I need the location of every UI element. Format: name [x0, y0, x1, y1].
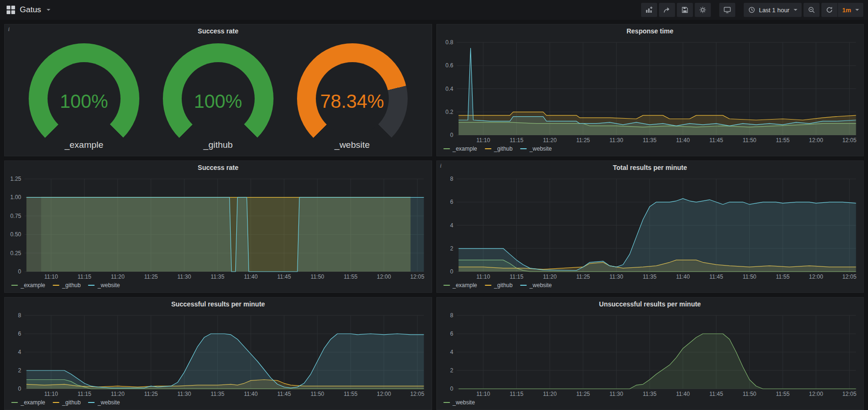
legend-swatch	[520, 285, 527, 286]
legend-item-_website[interactable]: _website	[443, 399, 475, 406]
legend-item-_example[interactable]: _example	[443, 145, 477, 152]
total-results-chart[interactable]: 0246811:1011:1511:2011:2511:3011:3511:40…	[439, 174, 862, 281]
legend-item-_example[interactable]: _example	[11, 282, 45, 289]
legend-swatch	[53, 285, 59, 286]
svg-text:11:35: 11:35	[643, 391, 656, 397]
svg-text:0.4: 0.4	[445, 86, 453, 92]
svg-text:12:00: 12:00	[809, 137, 823, 144]
svg-text:11:40: 11:40	[676, 137, 690, 144]
svg-text:11:20: 11:20	[111, 273, 124, 280]
legend-item-_github[interactable]: _github	[53, 282, 80, 289]
dashboard-settings-button[interactable]	[695, 3, 711, 17]
legend-item-_website[interactable]: _website	[520, 145, 552, 152]
time-range-picker-button[interactable]: Last 1 hour	[744, 3, 802, 17]
svg-text:11:35: 11:35	[211, 273, 225, 280]
legend-swatch	[11, 285, 18, 286]
gauge-_example: 100%_example	[29, 43, 139, 150]
legend-label: _website	[97, 399, 120, 406]
svg-text:6: 6	[18, 330, 21, 337]
panel-title[interactable]: Unsuccessful results per minute	[437, 297, 864, 311]
panel-title[interactable]: Total results per minute	[437, 161, 864, 174]
svg-text:11:40: 11:40	[244, 391, 257, 397]
chevron-down-icon	[47, 9, 50, 11]
svg-text:11:45: 11:45	[709, 273, 723, 280]
panel-title-text: Total results per minute	[613, 164, 687, 171]
save-dashboard-button[interactable]	[677, 3, 693, 17]
successful-results-chart[interactable]: 0246811:1011:1511:2011:2511:3011:3511:40…	[7, 311, 430, 398]
svg-text:11:50: 11:50	[742, 391, 756, 397]
zoom-out-button[interactable]	[804, 3, 820, 17]
refresh-button[interactable]	[821, 3, 837, 17]
svg-text:12:05: 12:05	[842, 391, 856, 397]
panel-title-text: Response time	[627, 27, 674, 35]
panel-title-text: Unsuccessful results per minute	[599, 300, 701, 308]
panel-title[interactable]: Successful results per minute	[5, 297, 432, 311]
legend-item-_website[interactable]: _website	[88, 282, 120, 289]
svg-text:11:50: 11:50	[742, 137, 756, 144]
svg-text:11:25: 11:25	[576, 137, 590, 144]
legend-label: _website	[530, 282, 552, 289]
legend-item-_example[interactable]: _example	[11, 399, 45, 406]
svg-text:11:10: 11:10	[44, 273, 58, 280]
svg-text:11:25: 11:25	[576, 273, 590, 280]
svg-text:0: 0	[18, 268, 21, 275]
unsuccessful-results-chart[interactable]: 0246811:1011:1511:2011:2511:3011:3511:40…	[439, 311, 862, 398]
svg-text:11:30: 11:30	[609, 391, 623, 397]
svg-text:12:05: 12:05	[410, 273, 424, 280]
legend-item-_website[interactable]: _website	[520, 282, 552, 289]
legend-swatch	[443, 148, 450, 149]
svg-text:0.50: 0.50	[10, 231, 22, 238]
legend-item-_github[interactable]: _github	[53, 399, 80, 406]
svg-text:11:50: 11:50	[311, 273, 324, 280]
share-dashboard-button[interactable]	[659, 3, 675, 17]
svg-text:0: 0	[18, 386, 21, 392]
chevron-down-icon	[794, 9, 797, 11]
cycle-view-mode-button[interactable]	[719, 3, 735, 17]
gauge-dial: 100%	[29, 43, 139, 154]
svg-text:11:30: 11:30	[177, 391, 191, 397]
response-time-chart[interactable]: 00.20.40.60.811:1011:1511:2011:2511:3011…	[439, 38, 862, 145]
svg-text:11:25: 11:25	[144, 391, 158, 397]
panel-info-icon[interactable]: i	[8, 25, 10, 33]
legend-label: _example	[453, 145, 477, 152]
dashboard-title[interactable]: Gatus	[20, 5, 41, 15]
refresh-icon	[826, 6, 833, 14]
legend-label: _github	[62, 399, 80, 406]
panel-title[interactable]: Response time	[437, 24, 864, 38]
legend-item-_example[interactable]: _example	[443, 282, 477, 289]
svg-text:11:55: 11:55	[776, 273, 789, 280]
legend-swatch	[88, 402, 95, 403]
legend-item-_website[interactable]: _website	[88, 399, 120, 406]
svg-text:11:15: 11:15	[78, 273, 91, 280]
legend-swatch	[520, 148, 527, 149]
svg-text:0: 0	[450, 386, 453, 392]
legend-item-_github[interactable]: _github	[485, 145, 513, 152]
add-panel-button[interactable]	[641, 3, 657, 17]
svg-text:11:25: 11:25	[576, 391, 590, 397]
legend-swatch	[11, 402, 18, 403]
gauge-value: 100%	[163, 46, 273, 157]
svg-text:11:10: 11:10	[476, 391, 490, 397]
success-rate-chart[interactable]: 00.250.500.751.001.2511:1011:1511:2011:2…	[7, 174, 430, 281]
gauge-dial: 78.34%	[297, 43, 408, 154]
svg-text:6: 6	[450, 330, 453, 337]
panel-title-text: Success rate	[198, 27, 238, 35]
svg-text:0.2: 0.2	[445, 109, 453, 115]
refresh-interval-label: 1m	[842, 7, 851, 14]
chart-legend: _example_github_website	[437, 145, 864, 156]
dashboards-grid-icon[interactable]	[7, 6, 15, 14]
panel-title[interactable]: Success rate	[5, 24, 432, 38]
legend-item-_github[interactable]: _github	[485, 282, 513, 289]
panel-title[interactable]: Success rate	[5, 161, 432, 174]
legend-swatch	[53, 402, 59, 403]
gauge-_github: 100%_github	[163, 43, 273, 150]
legend-label: _example	[21, 282, 45, 289]
legend-swatch	[485, 285, 491, 286]
refresh-interval-button[interactable]: 1m	[838, 3, 863, 17]
navbar-left: Gatus	[5, 5, 50, 15]
panel-total-results: i Total results per minute 0246811:1011:…	[436, 161, 864, 293]
svg-text:11:55: 11:55	[344, 391, 357, 397]
svg-text:12:00: 12:00	[377, 273, 391, 280]
svg-text:0.6: 0.6	[445, 62, 453, 69]
panel-info-icon[interactable]: i	[440, 162, 442, 169]
